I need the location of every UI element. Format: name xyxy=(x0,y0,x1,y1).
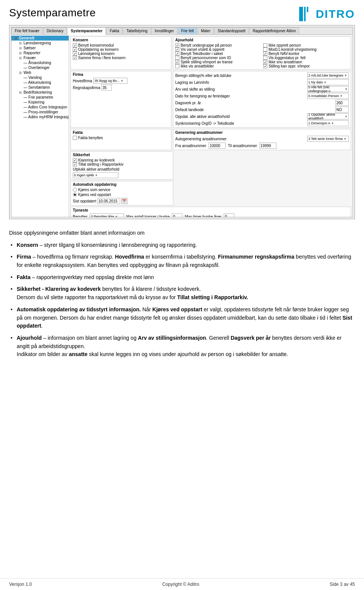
checkbox-fakta-benyttes: Fakta benyttes xyxy=(73,136,169,140)
konsern-title: Konsern xyxy=(73,38,169,42)
tree-item-varsling[interactable]: — Varsling xyxy=(11,75,69,80)
checkbox-varsel: Vis varsel v/slett & opprett xyxy=(175,47,261,52)
tree-item-arsavslutning[interactable]: — Årsavslutning xyxy=(11,60,69,65)
checkbox-konsernmodul: Benytt konsernmodul xyxy=(73,43,169,47)
tree-item-saetser[interactable]: ⊞ Sætser xyxy=(11,46,69,50)
lagring-row: Lagring av LønnInfo 1 Ny dato ▼ xyxy=(175,79,349,85)
input-max-timer[interactable] xyxy=(224,213,234,217)
tab-frie-felt-fravaer[interactable]: Frie felt fravær xyxy=(11,27,43,34)
checkbox-oppdatering-box[interactable] xyxy=(73,47,77,52)
tree-item-myhrm[interactable]: — Aditro myHRM Integrasjoner xyxy=(11,115,69,119)
oppdat-row: Oppdat. alle aktive ansattforhold 1 Oppd… xyxy=(175,113,349,119)
select-lagring[interactable]: 1 Ny dato ▼ xyxy=(307,79,349,85)
list-item-sikkerhet: Sikkerhet - Klarering av kodeverk benytt… xyxy=(9,285,355,301)
input-fra-ansattnummer[interactable] xyxy=(209,143,226,149)
tree-item-web[interactable]: ⊞ Web xyxy=(11,70,69,75)
tree-item-fravaer[interactable]: ⊞ Fravær xyxy=(11,55,69,60)
footer-copyright: Copyright © Aditro xyxy=(162,582,199,587)
select-oppdat[interactable]: 1 Oppdater aktive ansattforh ▼ xyxy=(307,113,349,119)
input-landkode[interactable] xyxy=(335,107,349,113)
fakta-section: Fakta Fakta benyttes xyxy=(71,129,171,150)
fakta-title: Fakta xyxy=(73,130,169,135)
tree-expand-fravaer: ⊞ xyxy=(19,56,23,60)
select-autogenerering[interactable]: 3 Tett serie innen firma ▼ xyxy=(307,136,349,142)
logo: DITRO xyxy=(299,7,355,21)
ajourhold-section: Ajourhold Benytt undergruppe på person V… xyxy=(173,36,351,70)
generering-title: Generering ansattnummer xyxy=(175,130,349,135)
tree-item-servitarlonn[interactable]: — Servitærlønn xyxy=(11,85,69,90)
input-max-transer[interactable] xyxy=(172,213,182,217)
select-benyttes[interactable]: 0 Benyttes ikke ▼ xyxy=(90,213,124,217)
select-hovedfirma[interactable]: 35 Bygg og Bo... ▼ xyxy=(93,78,127,84)
beregn-row: Beregn stillings% eller arb.tid/uke 2 Ar… xyxy=(175,72,349,78)
tab-fakta[interactable]: Fakta xyxy=(106,27,122,34)
tab-maler[interactable]: Maler xyxy=(198,27,214,34)
checkbox-tillat-sletting: Tillat sletting i Rapportarkiv xyxy=(73,162,171,166)
app-content: ⊞ Generelt ⊞ Lønnsberegning ⊞ Sætser ⊞ R… xyxy=(11,35,353,217)
select-synkron[interactable]: 1 Dimensjon A ▼ xyxy=(307,120,349,126)
tjeneste-row: Benyttes 0 Benyttes ikke ▼ Max antall tr… xyxy=(73,213,349,217)
tab-innstillinger[interactable]: Innstillinger xyxy=(151,27,177,34)
synkron-row: Synkronisering OrgID -> Tekstkode 1 Dime… xyxy=(175,120,349,126)
checkbox-samme-firma-box[interactable] xyxy=(73,56,77,60)
automatisk-title: Automatisk oppdatering xyxy=(73,182,171,187)
page-footer: Versjon 1.0 Copyright © Aditro Side 3 av… xyxy=(0,578,364,590)
select-dato[interactable]: 0 Ansattdato Person ▼ xyxy=(307,93,349,99)
app-window: Frie felt fravær Dictionary Systemparame… xyxy=(11,27,353,217)
radio-service: Kjøres som service xyxy=(73,188,171,192)
tab-rapportdefinisjoner[interactable]: Rapportdefinisjoner Altinn xyxy=(249,27,299,34)
tree-item-aditro-core[interactable]: — Aditro Core Integrasjon xyxy=(11,105,69,110)
tjeneste-title: Tjeneste xyxy=(73,208,349,212)
tjeneste-section: Tjeneste Benyttes 0 Benyttes ikke ▼ Max … xyxy=(71,207,351,217)
tree-item-frie-parametre[interactable]: — Frie parametre xyxy=(11,95,69,100)
tree-item-lonnsberegning[interactable]: ⊞ Lønnsberegning xyxy=(11,41,69,46)
tree-expand-generelt: ⊞ xyxy=(14,36,18,40)
aditro-icon xyxy=(299,7,316,21)
checkbox-undergruppe: Benytt undergruppe på person xyxy=(175,43,261,47)
tree-item-overforinger[interactable]: — Overføringer xyxy=(11,65,69,70)
tree-item-rapporter[interactable]: ⊞ Rapporter xyxy=(11,50,69,55)
input-til-ansattnummer[interactable] xyxy=(259,143,276,149)
svg-rect-2 xyxy=(307,7,308,12)
select-beregn[interactable]: 2 Arb.tid./uke beregnes ▼ xyxy=(307,72,349,78)
checkbox-lonnskjoring-box[interactable] xyxy=(73,52,77,56)
tree-item-proxy[interactable]: — Proxy-innstillinger xyxy=(11,110,69,115)
footer-version: Versjon 1.0 xyxy=(9,582,32,587)
checkbox-konsernmodul-box[interactable] xyxy=(73,43,77,47)
ajourhold-col2: Ikke opprett person Mod11-kontroll v/reg… xyxy=(263,43,349,68)
svg-rect-0 xyxy=(299,7,303,21)
calendar-button[interactable]: 📅 xyxy=(121,198,127,204)
list-item-konsern: Konsern – styrer tilgang til konsernløsn… xyxy=(9,241,355,249)
input-sist-oppdatert[interactable] xyxy=(97,198,120,204)
tree-item-bedriftskontering[interactable]: ⊞ Bedriftskontering xyxy=(11,90,69,95)
input-dagsverk[interactable] xyxy=(335,100,349,106)
screenshot-container: Frie felt fravær Dictionary Systemparame… xyxy=(9,25,355,219)
sikkerhet-title: Sikkerhet xyxy=(73,153,171,157)
main-panel: Konsern Benytt konsernmodul Oppdatering … xyxy=(69,35,353,217)
tree-expand-rapporter: ⊞ xyxy=(19,51,23,55)
select-arv[interactable]: 5 Alle felt (inkl. undergruppe o ▼ xyxy=(307,86,349,92)
page-header: Systemparametre DITRO xyxy=(0,0,364,25)
svg-rect-1 xyxy=(304,7,306,21)
regnskapsfirma-row: Regnskapsfirma xyxy=(73,85,169,91)
checkbox-nav-kontor: Benytt NAV-kontor xyxy=(263,52,349,56)
tree-item-generelt[interactable]: ⊞ Generelt xyxy=(11,36,69,41)
tab-systemparameter[interactable]: Systemparameter xyxy=(67,27,106,35)
tab-dictionary[interactable]: Dictionary xyxy=(43,27,67,34)
input-regnskapsfirma[interactable] xyxy=(101,85,112,91)
firma-title: Firma xyxy=(73,72,169,77)
tree-item-akkumulering[interactable]: — Akkumulering xyxy=(11,80,69,85)
tree-item-kopiering[interactable]: — Kopiering xyxy=(11,100,69,105)
tab-tabellstyring[interactable]: Tabellstyring xyxy=(123,27,151,34)
ajourhold-dropdowns-section: Beregn stillings% eller arb.tid/uke 2 Ar… xyxy=(173,71,351,128)
ajourhold-title: Ajourhold xyxy=(175,38,349,42)
automatisk-section: Automatisk oppdatering Kjøres som servic… xyxy=(71,181,173,206)
landkode-row: Default landkode xyxy=(175,107,349,113)
checkbox-loggestatus: Vis.loggestatus pr. felt xyxy=(263,56,349,60)
select-utplukk[interactable]: 0 Ingen sjekk ▼ xyxy=(73,172,118,178)
checkbox-personnummer: Benytt personnummer som ID xyxy=(175,56,261,60)
tab-frie-felt[interactable]: Frie felt xyxy=(178,27,197,34)
firma-section: Firma Hovedfirma 35 Bygg og Bo... ▼ Regn… xyxy=(71,71,171,128)
dato-row: Dato for beregning av feriedager 0 Ansat… xyxy=(175,93,349,99)
tab-standardoppsett[interactable]: Standardoppsett xyxy=(214,27,249,34)
